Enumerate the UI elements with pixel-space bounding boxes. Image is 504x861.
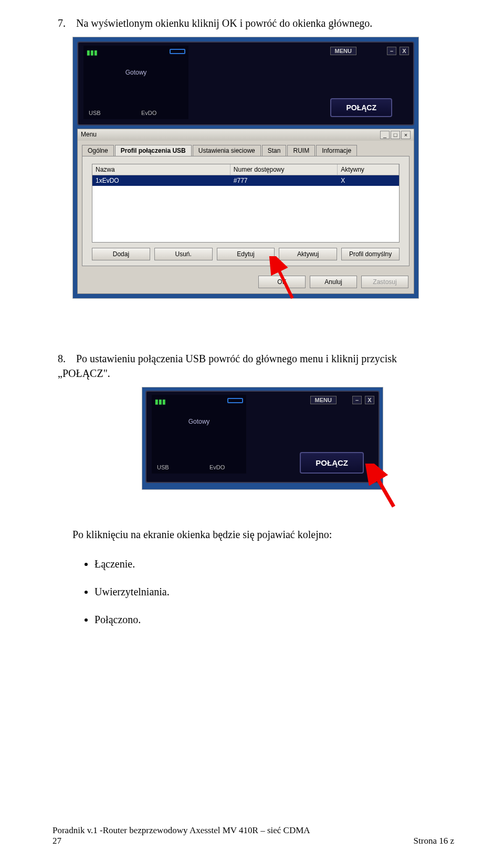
usb-label: USB xyxy=(157,464,169,470)
status-list: Łączenie. Uwierzytelniania. Połączono. xyxy=(94,558,452,626)
connect-button[interactable]: POŁĄCZ xyxy=(330,98,392,117)
list-item: Połączono. xyxy=(94,614,452,626)
device-panel: MENU – X ▮▮▮ Gotowy USB EvDO POŁĄCZ xyxy=(145,391,380,483)
minimize-icon[interactable]: – xyxy=(352,396,362,404)
step8-text: 8. Po ustawieniu połączenia USB powróć d… xyxy=(58,351,452,381)
battery-icon xyxy=(170,49,185,54)
footer-left: Poradnik v.1 -Router bezprzewodowy Axess… xyxy=(52,825,310,846)
window-controls: – X xyxy=(352,396,374,404)
result-text: Po kliknięciu na ekranie okienka będzie … xyxy=(72,527,452,542)
maximize-icon[interactable]: □ xyxy=(391,131,400,139)
delete-button[interactable]: Usuń. xyxy=(154,248,213,260)
tab-status[interactable]: Stan xyxy=(262,145,287,156)
status-text: Gotowy xyxy=(83,69,188,76)
minimize-icon[interactable]: – xyxy=(387,47,396,55)
tab-info[interactable]: Informacje xyxy=(316,145,357,156)
profile-actions: Dodaj Usuń. Edytuj Aktywuj Profil domyśl… xyxy=(92,248,400,260)
status-display: ▮▮▮ Gotowy USB EvDO xyxy=(83,46,188,119)
list-item: Uwierzytelniania. xyxy=(94,586,452,598)
activate-button[interactable]: Aktywuj xyxy=(279,248,337,260)
signal-icon: ▮▮▮ xyxy=(155,398,166,405)
add-button[interactable]: Dodaj xyxy=(92,248,150,260)
dialog-titlebar: Menu _ □ × xyxy=(78,129,414,141)
edit-button[interactable]: Edytuj xyxy=(217,248,275,260)
ok-button[interactable]: OK xyxy=(258,276,306,288)
window-controls: MENU xyxy=(310,396,337,404)
dialog-actions: OK Anuluj Zastosuj xyxy=(78,270,414,293)
default-button[interactable]: Profil domyślny xyxy=(341,248,400,260)
tab-ruim[interactable]: RUIM xyxy=(287,145,315,156)
close-icon[interactable]: X xyxy=(400,47,409,55)
list-item: Łączenie. xyxy=(94,558,452,570)
page-footer: Poradnik v.1 -Router bezprzewodowy Axess… xyxy=(52,825,454,846)
status-display: ▮▮▮ Gotowy USB EvDO xyxy=(152,395,246,474)
tab-general[interactable]: Ogólne xyxy=(82,145,114,156)
close-icon[interactable]: X xyxy=(365,396,374,404)
step7-text: 7. Na wyświetlonym okienku kliknij OK i … xyxy=(58,16,452,30)
battery-icon xyxy=(227,398,243,403)
signal-icon: ▮▮▮ xyxy=(87,49,98,56)
list-header: Nazwa Numer dostępowy Aktywny xyxy=(92,164,399,175)
footer-right: Strona 16 z xyxy=(414,836,454,846)
apply-button[interactable]: Zastosuj xyxy=(361,276,408,288)
evdo-label: EvDO xyxy=(209,464,225,470)
profile-list[interactable]: Nazwa Numer dostępowy Aktywny 1xEvDO #77… xyxy=(92,164,400,243)
screenshot-2: MENU – X ▮▮▮ Gotowy USB EvDO POŁĄCZ xyxy=(142,387,383,490)
tab-usb-profile[interactable]: Profil połączenia USB xyxy=(115,145,192,156)
connect-button[interactable]: POŁĄCZ xyxy=(300,452,364,474)
tab-network[interactable]: Ustawienia sieciowe xyxy=(193,145,261,156)
window-controls: – X xyxy=(387,47,409,55)
status-text: Gotowy xyxy=(152,418,246,425)
tab-panel: Nazwa Numer dostępowy Aktywny 1xEvDO #77… xyxy=(82,156,410,266)
menu-button[interactable]: MENU xyxy=(330,47,356,55)
close-icon[interactable]: × xyxy=(401,131,411,139)
window-controls: MENU xyxy=(330,47,356,55)
list-row[interactable]: 1xEvDO #777 X xyxy=(92,175,399,186)
dialog-title: Menu xyxy=(81,131,97,139)
screenshot-1: MENU – X ▮▮▮ Gotowy USB EvDO POŁĄCZ Menu… xyxy=(72,37,419,299)
device-panel: MENU – X ▮▮▮ Gotowy USB EvDO POŁĄCZ xyxy=(77,41,414,125)
menu-dialog: Menu _ □ × Ogólne Profil połączenia USB … xyxy=(77,129,414,294)
evdo-label: EvDO xyxy=(141,110,156,116)
menu-button[interactable]: MENU xyxy=(310,396,337,404)
minimize-icon[interactable]: _ xyxy=(380,131,390,139)
tab-bar: Ogólne Profil połączenia USB Ustawienia … xyxy=(82,145,410,156)
cancel-button[interactable]: Anuluj xyxy=(310,276,357,288)
usb-label: USB xyxy=(89,110,101,116)
